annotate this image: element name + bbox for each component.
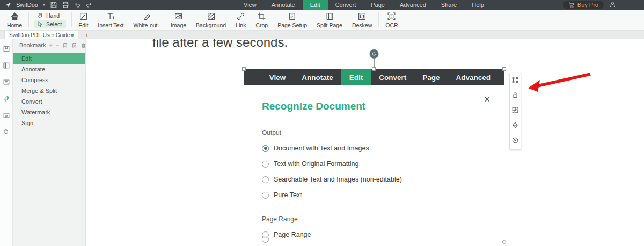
page-thumbnails-icon[interactable]	[3, 62, 10, 71]
image-button[interactable]: Image	[166, 12, 191, 28]
menu-annotate[interactable]: Annotate	[264, 0, 303, 10]
menu-convert[interactable]: Convert	[328, 0, 364, 10]
radio-option: Page Range	[262, 231, 504, 238]
image-edit-toolbar	[509, 73, 521, 150]
bookmark-item-compress[interactable]: Compress	[13, 75, 85, 85]
selection-handle-top-right[interactable]	[502, 67, 506, 71]
background-button[interactable]: Background	[191, 12, 231, 28]
embedded-screenshot-image[interactable]: View Annotate Edit Convert Page Advanced…	[244, 69, 504, 246]
title-bar: SwifDoo View Annotate Edit Convert Page …	[0, 0, 644, 10]
insert-text-button[interactable]: Insert Text	[93, 12, 128, 28]
insert-text-icon	[106, 12, 115, 21]
recognize-document-dialog: × Recognize Document Output Document wit…	[244, 85, 504, 238]
app-name[interactable]: SwifDoo	[16, 2, 38, 8]
radio-option: Searchable Text and Images (non-editable…	[262, 176, 504, 183]
radio-option: Text with Original Formatting	[262, 160, 504, 168]
bookmark-panel: Bookmark + − × Edit Annotate Compress Me…	[13, 39, 86, 246]
screenshot-menu-edit: Edit	[341, 69, 371, 85]
annotations-icon[interactable]	[3, 78, 10, 88]
hand-tool-button[interactable]: Hand	[34, 12, 66, 19]
document-paragraph: file after a few seconds.	[152, 39, 288, 50]
radio-icon-cutoff	[262, 236, 269, 243]
link-button[interactable]: Link	[231, 12, 251, 28]
print-icon[interactable]	[62, 1, 69, 9]
new-tab-button[interactable]: +	[85, 32, 89, 39]
screenshot-menu-annotate: Annotate	[294, 69, 341, 85]
attachments-icon[interactable]	[3, 95, 10, 105]
account-icon[interactable]	[609, 1, 616, 9]
document-canvas[interactable]: file after a few seconds. View Annotate …	[86, 39, 644, 246]
white-out-button[interactable]: White-out -	[129, 12, 166, 28]
dialog-title: Recognize Document	[262, 100, 504, 112]
split-page-button[interactable]: Split Page	[312, 12, 347, 28]
edit-button[interactable]: Edit	[74, 12, 93, 28]
selection-handle-top-left[interactable]	[242, 67, 246, 71]
output-section-label: Output	[262, 129, 504, 136]
selection-handle-top-center[interactable]	[372, 67, 376, 71]
red-annotation-arrow	[525, 70, 595, 96]
crop-icon[interactable]	[511, 76, 519, 86]
rotate-icon[interactable]	[511, 91, 519, 101]
link-icon	[236, 12, 245, 21]
search-icon[interactable]	[3, 128, 10, 138]
bookmark-select-icon[interactable]	[71, 42, 77, 48]
toolbar-divider	[378, 12, 379, 27]
menu-advanced[interactable]: Advanced	[392, 0, 434, 10]
opacity-icon[interactable]	[511, 121, 519, 131]
screenshot-menu-advanced: Advanced	[448, 69, 499, 85]
rotation-handle[interactable]	[370, 49, 379, 59]
screenshot-menu-view: View	[261, 69, 294, 85]
undo-icon[interactable]	[74, 1, 81, 9]
deskew-button[interactable]: Deskew	[347, 12, 377, 28]
replace-icon[interactable]	[511, 106, 519, 116]
crop-button[interactable]: Crop	[251, 12, 273, 28]
tab-bar: SwifDoo PDF User Guide +	[0, 31, 644, 39]
radio-icon	[262, 192, 269, 199]
home-button[interactable]: Home	[2, 12, 27, 28]
app-logo-icon	[4, 1, 12, 9]
menu-share[interactable]: Share	[434, 0, 464, 10]
crop-icon	[257, 12, 266, 21]
menu-view[interactable]: View	[236, 0, 264, 10]
toolbar-divider	[28, 12, 29, 27]
toolbar-divider	[71, 12, 72, 27]
signature-icon[interactable]	[3, 112, 10, 121]
bookmark-add-icon[interactable]	[62, 42, 68, 48]
edit-icon	[79, 12, 88, 21]
ocr-button[interactable]: OCR	[380, 12, 402, 28]
bookmark-item-merge-split[interactable]: Merge & Split	[13, 85, 85, 96]
menu-edit[interactable]: Edit	[303, 0, 328, 10]
bookmark-list: Edit Annotate Compress Merge & Split Con…	[13, 53, 85, 128]
page-setup-button[interactable]: Page Setup	[273, 12, 312, 28]
bookmark-item-sign[interactable]: Sign	[13, 118, 85, 128]
select-tool-button[interactable]: Select	[34, 20, 66, 28]
selection-handle-right[interactable]	[502, 240, 506, 244]
radio-option: Document with Text and Images	[262, 144, 504, 152]
redo-icon[interactable]	[85, 1, 93, 9]
bookmark-item-annotate[interactable]: Annotate	[13, 64, 85, 75]
add-bookmark-icon[interactable]: +	[49, 42, 53, 48]
bookmark-item-watermark[interactable]: Watermark	[13, 107, 85, 118]
menu-help[interactable]: Help	[464, 0, 492, 10]
split-page-icon	[325, 12, 334, 21]
cursor-icon	[37, 21, 43, 27]
remove-bookmark-icon[interactable]: −	[56, 42, 59, 48]
bookmark-item-edit[interactable]: Edit	[13, 53, 85, 64]
cart-icon	[568, 2, 575, 8]
buy-pro-button[interactable]: Buy Pro	[563, 1, 604, 9]
save-icon[interactable]	[50, 1, 57, 9]
radio-selected-icon	[262, 145, 269, 152]
bookmark-item-convert[interactable]: Convert	[13, 96, 85, 107]
tab-title: SwifDoo PDF User Guide	[9, 32, 70, 38]
bookmark-panel-icon[interactable]	[3, 45, 10, 55]
delete-icon[interactable]	[511, 136, 519, 146]
deskew-icon	[357, 12, 367, 21]
radio-icon	[262, 161, 269, 168]
document-tab[interactable]: SwifDoo PDF User Guide	[4, 31, 78, 39]
app-menu-caret-icon[interactable]	[42, 4, 46, 6]
hand-icon	[37, 12, 43, 19]
white-out-icon	[143, 12, 152, 21]
image-icon	[174, 12, 183, 21]
menu-page[interactable]: Page	[363, 0, 392, 10]
bookmark-panel-title: Bookmark	[19, 42, 46, 48]
